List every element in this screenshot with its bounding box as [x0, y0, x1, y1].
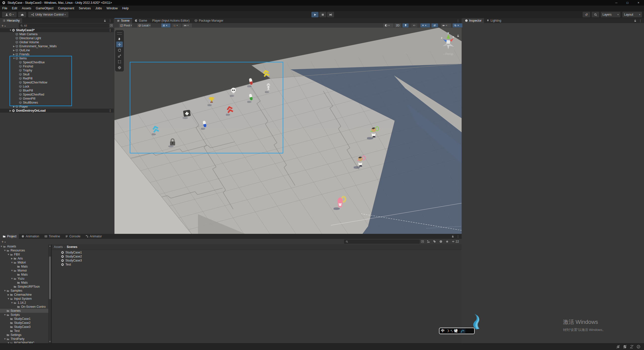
scene-object-Skull[interactable]	[230, 87, 237, 98]
expander-icon[interactable]: ▶	[13, 49, 15, 52]
hierarchy-row-Environment-Narrow-Walls[interactable]: ▶Environment_Narrow_Walls	[0, 44, 114, 48]
camera-settings-dropdown[interactable]: ▾	[441, 23, 451, 27]
scene-object-GreenPill[interactable]	[247, 93, 255, 105]
project-files-pane[interactable]: Assets › Scenes StudyCase1StudyCase2Stud…	[52, 244, 462, 343]
create-asset-button[interactable]: + ▾	[2, 240, 6, 244]
menu-services[interactable]: Services	[76, 6, 93, 11]
project-folder-Test[interactable]: Test	[0, 329, 48, 333]
tab-player-input-actions-editor-[interactable]: Player (Input Actions Editor)	[150, 18, 192, 23]
play-button[interactable]	[311, 12, 318, 17]
expander-icon[interactable]: ▼	[13, 57, 15, 60]
pause-button[interactable]	[319, 12, 326, 17]
tab-animator[interactable]: Animator	[83, 234, 104, 239]
debugger-disabled-icon[interactable]	[616, 345, 620, 349]
scene-object-SpeedChevBlue[interactable]	[152, 125, 160, 137]
hierarchy-row-Items[interactable]: ▼Items	[0, 56, 114, 60]
kebab-menu-icon[interactable]: ⋮	[639, 19, 642, 22]
hierarchy-row-Player[interactable]: ▶Player	[0, 105, 114, 109]
project-folder-Cinemachine[interactable]: ▶Cinemachine	[0, 293, 48, 297]
hierarchy-row-SpeedChevBlue[interactable]: SpeedChevBlue	[0, 60, 114, 64]
lock-open-icon[interactable]	[451, 235, 454, 238]
window-search-icon[interactable]	[110, 24, 113, 27]
search-by-type-icon[interactable]	[427, 240, 430, 243]
scale-tool-button[interactable]	[116, 53, 123, 59]
orientation-dropdown[interactable]: Local ▾	[137, 23, 151, 27]
lock-open-icon[interactable]	[103, 19, 106, 22]
grid-size-dropdown[interactable]: ▾	[182, 23, 192, 27]
ime-punctuation-toggle[interactable]: °,	[451, 329, 453, 332]
layout-dropdown[interactable]: Layout ▾	[622, 12, 642, 17]
layers-dropdown[interactable]: Layers ▾	[601, 12, 620, 17]
menu-window[interactable]: Window	[104, 6, 120, 11]
scene-lighting-toggle[interactable]	[403, 23, 409, 27]
kebab-menu-icon[interactable]: ⋮	[109, 28, 112, 32]
breadcrumb[interactable]: Assets › Scenes	[54, 245, 77, 249]
draw-mode-dropdown[interactable]: ▾	[383, 23, 393, 27]
menu-jobs[interactable]: Jobs	[93, 6, 104, 11]
undo-history-button[interactable]: ↺	[583, 12, 590, 17]
kebab-menu-icon[interactable]: ⋮	[456, 19, 460, 22]
hidden-packages-icon[interactable]	[439, 240, 442, 243]
tab-animation[interactable]: Animation	[19, 234, 42, 239]
rotate-tool-button[interactable]	[116, 47, 123, 53]
tab-hierarchy[interactable]: Hierarchy	[0, 18, 22, 23]
menu-assets[interactable]: Assets	[20, 6, 34, 11]
ime-soft-keyboard[interactable]: 键	[454, 329, 458, 333]
expander-icon[interactable]: ▼	[4, 249, 6, 252]
tab-project[interactable]: Project	[0, 234, 19, 239]
project-folder-Aris[interactable]: ▶Aris	[0, 256, 48, 260]
hierarchy-row-Main-Camera[interactable]: Main Camera	[0, 32, 114, 36]
menu-help[interactable]: Help	[120, 6, 131, 11]
file-StudyCase1[interactable]: StudyCase1	[61, 250, 82, 254]
window-search-icon[interactable]	[421, 240, 424, 243]
expander-icon[interactable]: ▶	[9, 109, 12, 112]
hierarchy-row-RedPill[interactable]: RedPill	[0, 76, 114, 80]
project-folder-tree[interactable]: ▼Assets▼Resources▼FBX▶Aris▼MidoriMats▼Mo…	[0, 244, 48, 343]
expander-icon[interactable]: ▼	[4, 314, 6, 316]
project-folder-Yuzu[interactable]: ▼Yuzu	[0, 277, 48, 281]
kebab-menu-icon[interactable]: ⋮	[109, 109, 112, 112]
scene-audio-toggle[interactable]	[411, 23, 417, 27]
pivot-dropdown[interactable]: Pivot ▾	[119, 23, 132, 27]
ime-language-bar[interactable]: 中 ☽ °, 键	[439, 328, 475, 334]
add-gameobject-button[interactable]: + ▾	[2, 24, 6, 28]
hierarchy-row-SpeedChevYellow[interactable]: SpeedChevYellow	[0, 80, 114, 84]
kebab-menu-icon[interactable]: ⋮	[456, 235, 460, 238]
project-folder-1-14-2[interactable]: ▼1.14.2	[0, 301, 48, 305]
lock-open-icon[interactable]	[634, 19, 637, 22]
scene-character-friend-green-halo[interactable]	[367, 125, 381, 141]
cloud-button[interactable]	[18, 12, 26, 17]
scene-object-SpeedChevRed[interactable]	[226, 106, 234, 117]
menu-component[interactable]: Component	[56, 6, 76, 11]
scene-object-SkullBones[interactable]	[265, 83, 272, 95]
menu-gameobject[interactable]: GameObject	[33, 6, 56, 11]
rect-tool-button[interactable]	[116, 59, 123, 65]
snap-increment-toggle[interactable]: ▾	[172, 23, 181, 27]
menu-file[interactable]: File	[0, 6, 10, 11]
project-folder-Mats[interactable]: Mats	[0, 273, 48, 277]
project-folder-Samples[interactable]: ▼Samples	[0, 289, 48, 293]
expander-icon[interactable]: ▼	[11, 269, 13, 272]
tab-game[interactable]: Game	[132, 18, 150, 23]
file-StudyCase3[interactable]: StudyCase3	[61, 258, 82, 262]
project-folder-Input-System[interactable]: ▼Input System	[0, 297, 48, 301]
scene-object-Trophy[interactable]	[208, 96, 216, 108]
hierarchy-row-OutLine[interactable]: ▶OutLine	[0, 48, 114, 52]
tab-lighting[interactable]: Lighting	[484, 18, 504, 23]
ime-chinese-mode[interactable]: 中	[441, 329, 445, 333]
hierarchy-row-Friends[interactable]: ▶Friends	[0, 52, 114, 56]
transform-tool-button[interactable]	[116, 65, 123, 70]
favorites-star-icon[interactable]	[446, 240, 449, 243]
scene-object-SpeedChevYellow[interactable]	[262, 69, 271, 81]
expander-icon[interactable]: ▼	[0, 245, 3, 248]
project-folder-Mats[interactable]: Mats	[0, 265, 48, 269]
step-button[interactable]	[327, 12, 334, 17]
breadcrumb-assets[interactable]: Assets	[54, 245, 63, 249]
hierarchy-row-FirstAid[interactable]: FirstAid	[0, 64, 114, 68]
grid-snap-toggle[interactable]: ▾	[161, 23, 170, 27]
transform-toolstrip[interactable]: ————	[115, 30, 124, 71]
breadcrumb-scenes[interactable]: Scenes	[67, 245, 77, 249]
project-folder-Momoi[interactable]: ▼Momoi	[0, 269, 48, 273]
tab-console[interactable]: Console	[63, 234, 83, 239]
file-Test[interactable]: Test	[61, 262, 71, 267]
